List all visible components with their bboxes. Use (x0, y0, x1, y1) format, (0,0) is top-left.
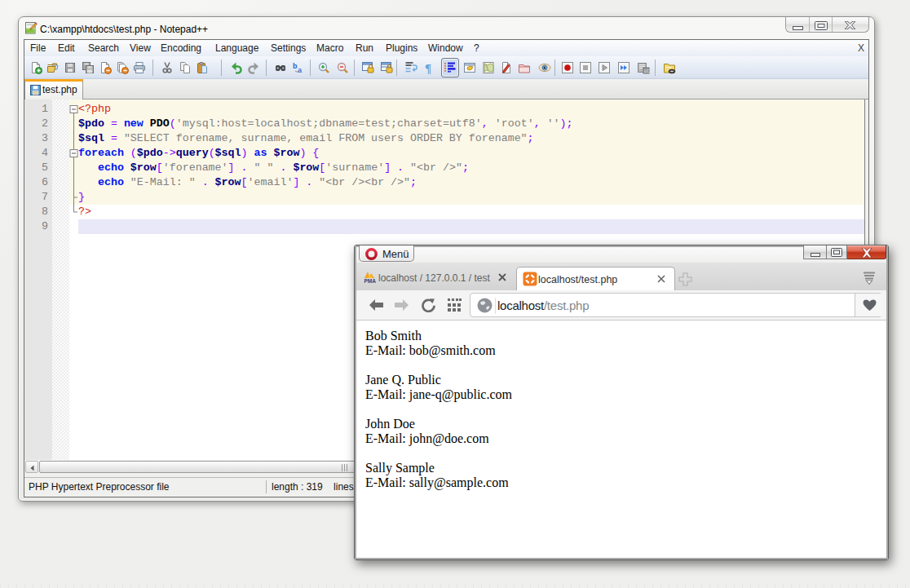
svg-text:a: a (298, 66, 303, 74)
svg-text:PMA: PMA (364, 278, 377, 284)
svg-text:¶: ¶ (425, 62, 431, 75)
svg-text:LC: LC (644, 69, 650, 73)
